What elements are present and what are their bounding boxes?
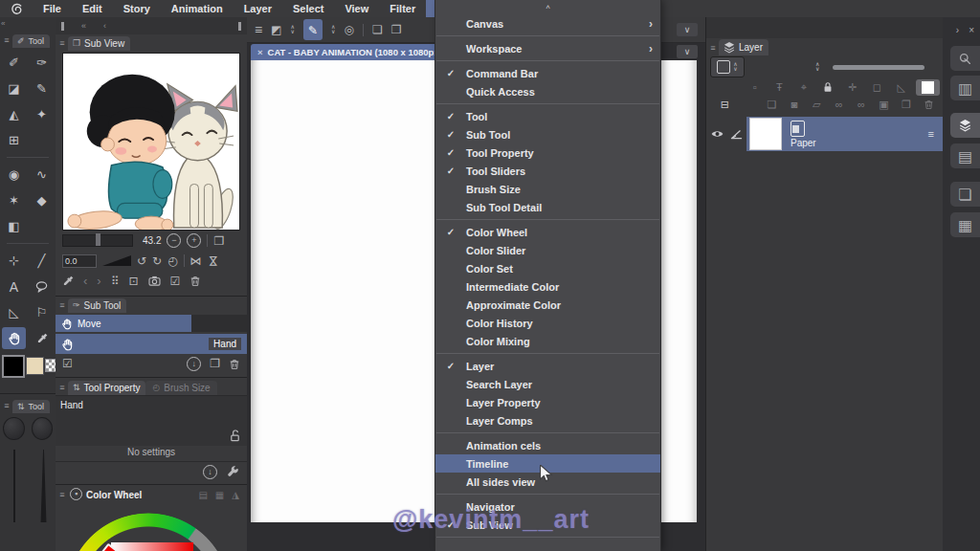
duplicate-subtool-icon[interactable]: ❐ (210, 358, 220, 369)
layer-thumbnail[interactable] (749, 118, 782, 150)
panel-menu-icon[interactable]: ≡ (57, 300, 67, 310)
layer-tab[interactable]: Layer (719, 39, 768, 55)
lock-open-icon[interactable] (229, 430, 241, 442)
panel-menu-icon[interactable]: ≡ (57, 490, 67, 499)
rotation-slider[interactable] (102, 255, 131, 266)
import-subtool-icon[interactable]: ↓ (187, 357, 201, 371)
tool-panel-tab[interactable]: ✐ Tool (12, 34, 50, 48)
menu-file[interactable]: File (33, 0, 72, 17)
move-tool-selected[interactable] (2, 327, 26, 349)
menu-story[interactable]: Story (113, 0, 161, 17)
subtool-item-hand[interactable]: Hand (56, 334, 247, 354)
dock-layer-button[interactable] (950, 113, 980, 138)
menu-item-layer-comps[interactable]: Layer Comps (435, 411, 660, 430)
lock-transparent-icon[interactable]: ✛ (840, 81, 865, 94)
clip-below-icon[interactable]: ▫ (743, 81, 768, 93)
layer-row-paper[interactable]: Paper ≡ (706, 117, 944, 151)
new-folder-icon[interactable]: ▱ (805, 99, 827, 111)
subtool-tab[interactable]: ✑ Sub Tool (68, 298, 126, 313)
dock-material-button[interactable]: ▦ (950, 212, 980, 237)
pen-tool[interactable]: ✐ (0, 50, 28, 76)
edit-image-icon[interactable]: ☑ (170, 276, 181, 287)
operation-tool[interactable]: ⊹ (0, 248, 28, 274)
dock-layer-property-button[interactable]: ❏ (950, 182, 980, 207)
fit-window-icon[interactable]: ❐ (213, 235, 224, 247)
blend-tool[interactable]: ◉ (0, 162, 28, 187)
main-color-swatch[interactable] (2, 355, 25, 378)
menu-item-sub-tool-detail[interactable]: Sub Tool Detail (435, 198, 660, 216)
vertical-slider[interactable] (13, 450, 15, 522)
eyedropper-icon[interactable] (62, 276, 74, 287)
tool-sliders-tab[interactable]: ⇅ Tool (12, 400, 50, 413)
restore-defaults-icon[interactable]: ↓ (203, 465, 217, 479)
layer-menu-icon[interactable]: ≡ (928, 128, 934, 140)
merge-layer-icon[interactable]: ∞ (850, 99, 872, 110)
pencil-tool[interactable]: ✎ (28, 76, 56, 101)
zoom-in-button[interactable]: + (187, 233, 201, 248)
collapse-left-icon[interactable]: « (81, 21, 86, 31)
panel-menu-icon[interactable]: ≡ (57, 383, 67, 392)
rotate-cw-icon[interactable]: ↻ (152, 255, 162, 267)
spinner-icon[interactable]: ∧∨ (291, 25, 295, 34)
new-layer-settings-icon[interactable]: ◙ (783, 99, 805, 110)
auto-select-tool[interactable]: ✶ (0, 187, 28, 213)
menu-layer[interactable]: Layer (234, 0, 282, 17)
opacity-slider[interactable] (833, 65, 924, 70)
panel-menu-icon[interactable]: ≡ (708, 43, 718, 53)
menu-item-tool-sliders[interactable]: ✓Tool Sliders (435, 162, 660, 180)
reset-view-icon[interactable]: ⋈ (208, 255, 219, 267)
airbrush-tool[interactable]: ◭ (0, 101, 28, 127)
panel-menu-icon[interactable]: ≡ (2, 35, 11, 45)
import-image-icon[interactable]: ⊡ (128, 276, 138, 287)
apply-mask-icon[interactable]: ❐ (895, 99, 917, 111)
vertical-brush-slider[interactable] (40, 450, 47, 522)
trash-icon[interactable] (189, 275, 201, 287)
subview-tab[interactable]: ❐ Sub View (68, 36, 130, 51)
tool-property-tab[interactable]: ⇅ Tool Property (68, 381, 145, 395)
menu-item-layer[interactable]: ✓Layer (435, 357, 660, 375)
two-pane-icon[interactable]: ⊟ (710, 99, 740, 111)
prev-image-icon[interactable]: ‹ (83, 275, 87, 287)
open-file-icon[interactable]: ❐ (391, 24, 402, 35)
grid-view-icon[interactable]: ⠿ (111, 276, 120, 287)
toolbar-overflow-button[interactable]: ∨ (677, 23, 698, 36)
draft-layer-icon[interactable]: ⌖ (791, 81, 816, 94)
menu-item-approximate-color[interactable]: Approximate Color (435, 296, 660, 314)
menu-item-workspace[interactable]: Workspace› (435, 39, 660, 57)
correct-line-tool[interactable]: ⚐ (28, 299, 56, 325)
menu-item-brush-size[interactable]: Brush Size (435, 180, 660, 198)
panel-menu-icon[interactable]: ≡ (2, 401, 11, 410)
flip-horizontal-icon[interactable]: ⋈ (190, 255, 202, 267)
menu-view[interactable]: View (334, 0, 379, 17)
brush-size-tab[interactable]: ◴ Brush Size (145, 381, 216, 395)
next-image-icon[interactable]: › (97, 275, 100, 287)
main-menu-icon[interactable]: ≡ (255, 23, 262, 36)
ruler-range-icon[interactable]: ◺ (889, 81, 914, 94)
balloon-tool[interactable] (28, 274, 56, 299)
multi-select-icon[interactable]: ☑ (62, 358, 73, 369)
menu-item-color-slider[interactable]: Color Slider (435, 241, 660, 259)
menu-item-command-bar[interactable]: ✓Command Bar (435, 64, 660, 82)
menu-item-animation-cels[interactable]: Animation cels (435, 436, 660, 454)
menu-item-layer-property[interactable]: Layer Property (435, 393, 660, 411)
dock-search-layer-button[interactable] (950, 46, 980, 71)
brush-tool[interactable]: ✑ (28, 50, 56, 76)
gradient-tool[interactable]: ◧ (0, 213, 28, 239)
color-mixing-tab-icon[interactable]: ◮ (232, 490, 239, 500)
menu-item-color-wheel[interactable]: ✓Color Wheel (435, 223, 660, 241)
menu-item-search-layer[interactable]: Search Layer (435, 375, 660, 393)
opacity-spinner[interactable]: ∧∨ (815, 62, 819, 72)
lock-icon[interactable] (822, 81, 834, 93)
rotate-canvas-icon[interactable]: ◩ (271, 24, 281, 35)
sub-color-swatch[interactable] (26, 357, 44, 375)
menu-animation[interactable]: Animation (161, 0, 234, 17)
color-slider-tab-icon[interactable]: ▤ (198, 490, 207, 500)
transfer-layer-icon[interactable]: ∞ (828, 99, 850, 110)
close-tab-icon[interactable]: × (257, 47, 263, 57)
menu-item-color-mixing[interactable]: Color Mixing (435, 332, 660, 350)
close-dock-icon[interactable]: × (969, 25, 974, 35)
trash-icon[interactable] (924, 99, 934, 110)
trash-icon[interactable] (229, 358, 240, 370)
new-file-icon[interactable]: ❏ (372, 24, 383, 35)
mask-enable-icon[interactable]: ◻ (865, 81, 890, 94)
